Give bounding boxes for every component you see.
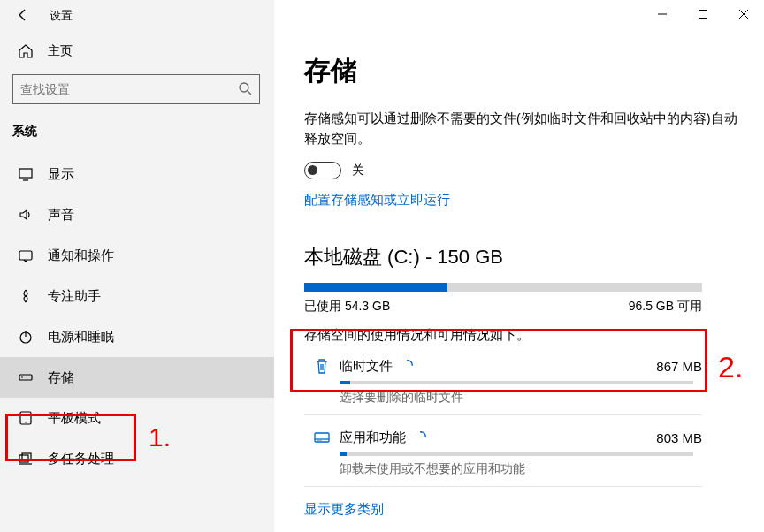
category-usage-bar xyxy=(340,381,693,384)
svg-point-10 xyxy=(21,376,23,378)
svg-rect-13 xyxy=(19,455,28,462)
close-button[interactable] xyxy=(723,0,764,28)
sidebar-item-multitask[interactable]: 多任务处理 xyxy=(12,438,267,479)
category-subtitle: 选择要删除的临时文件 xyxy=(340,390,702,406)
sidebar-item-focus[interactable]: 专注助手 xyxy=(12,276,267,316)
disk-usage-bar xyxy=(304,283,702,292)
storage-sense-desc: 存储感知可以通过删除不需要的文件(例如临时文件和回收站中的内容)自动释放空间。 xyxy=(304,109,739,149)
svg-line-3 xyxy=(248,91,251,95)
sidebar-item-label: 声音 xyxy=(48,207,74,224)
svg-point-25 xyxy=(424,433,424,434)
storage-sense-toggle[interactable] xyxy=(304,162,341,179)
sound-icon xyxy=(18,207,34,223)
svg-point-22 xyxy=(318,440,319,441)
window-title: 设置 xyxy=(50,8,73,24)
configure-link[interactable]: 配置存储感知或立即运行 xyxy=(304,193,450,207)
svg-point-26 xyxy=(425,436,426,437)
sidebar-item-storage[interactable]: 存储 xyxy=(0,357,274,398)
svg-rect-9 xyxy=(19,375,32,380)
multitask-icon xyxy=(18,451,34,467)
svg-point-18 xyxy=(412,364,413,365)
disk-title: 本地磁盘 (C:) - 150 GB xyxy=(304,244,739,270)
sidebar-item-power[interactable]: 电源和睡眠 xyxy=(12,316,267,357)
svg-point-17 xyxy=(410,361,411,362)
category-usage-bar xyxy=(340,452,693,456)
sidebar-item-label: 通知和操作 xyxy=(48,247,114,264)
title-bar: 设置 xyxy=(0,0,764,32)
minimize-button[interactable] xyxy=(642,0,683,28)
sidebar: 主页 系统 显示声音通知和操作专注助手电源和睡眠存储平板模式多任务处理 1. xyxy=(0,32,274,532)
svg-rect-19 xyxy=(315,433,329,442)
category-title: 应用和功能 xyxy=(340,429,406,446)
disk-free-text: 96.5 GB 可用 xyxy=(629,299,702,315)
svg-rect-1 xyxy=(699,11,707,19)
category-item-trash[interactable]: 临时文件867 MB选择要删除的临时文件 xyxy=(304,353,702,415)
apps-icon xyxy=(304,428,340,447)
search-input[interactable] xyxy=(20,82,238,96)
sidebar-section-label: 系统 xyxy=(12,124,267,140)
display-icon xyxy=(18,166,34,182)
show-more-link[interactable]: 显示更多类别 xyxy=(304,501,384,518)
category-subtitle: 卸载未使用或不想要的应用和功能 xyxy=(340,461,702,477)
content-pane: 存储 存储感知可以通过删除不需要的文件(例如临时文件和回收站中的内容)自动释放空… xyxy=(274,32,764,532)
home-icon xyxy=(18,43,34,59)
svg-point-2 xyxy=(240,83,248,92)
sidebar-item-tablet[interactable]: 平板模式 xyxy=(12,398,267,438)
page-title: 存储 xyxy=(304,53,739,89)
usage-hint: 存储空间的使用情况和可用情况如下。 xyxy=(304,327,739,344)
sidebar-item-sound[interactable]: 声音 xyxy=(12,194,267,235)
svg-rect-14 xyxy=(22,453,31,460)
category-title: 临时文件 xyxy=(340,358,393,375)
storage-icon xyxy=(18,369,34,385)
tablet-icon xyxy=(18,410,34,426)
sidebar-item-label: 电源和睡眠 xyxy=(48,329,114,346)
category-item-apps[interactable]: 应用和功能803 MB卸载未使用或不想要的应用和功能 xyxy=(304,424,702,487)
svg-point-24 xyxy=(420,431,422,433)
category-size: 867 MB xyxy=(656,359,702,374)
sidebar-item-label: 平板模式 xyxy=(48,410,101,427)
sidebar-home-label: 主页 xyxy=(48,43,73,59)
search-input-container[interactable] xyxy=(12,74,260,104)
loading-spinner-icon xyxy=(406,430,427,445)
sidebar-item-label: 多任务处理 xyxy=(48,451,114,467)
back-icon[interactable] xyxy=(16,8,34,25)
toggle-state-label: 关 xyxy=(352,163,364,179)
svg-point-12 xyxy=(25,422,26,422)
maximize-button[interactable] xyxy=(683,0,723,28)
sidebar-item-label: 存储 xyxy=(48,369,74,386)
sidebar-home[interactable]: 主页 xyxy=(12,32,267,71)
svg-rect-6 xyxy=(19,251,32,260)
sidebar-item-notify[interactable]: 通知和操作 xyxy=(12,235,267,276)
disk-used-text: 已使用 54.3 GB xyxy=(304,299,390,315)
svg-rect-4 xyxy=(19,169,32,178)
sidebar-item-label: 显示 xyxy=(48,166,74,183)
search-icon xyxy=(238,81,252,98)
category-size: 803 MB xyxy=(656,430,702,445)
trash-icon xyxy=(304,356,340,376)
loading-spinner-icon xyxy=(393,359,414,374)
svg-point-23 xyxy=(320,440,321,441)
svg-point-16 xyxy=(407,360,409,361)
focus-icon xyxy=(18,288,34,304)
sidebar-item-display[interactable]: 显示 xyxy=(12,154,267,194)
power-icon xyxy=(18,329,34,345)
sidebar-item-label: 专注助手 xyxy=(48,288,101,305)
notify-icon xyxy=(18,247,34,263)
svg-point-21 xyxy=(317,440,317,441)
